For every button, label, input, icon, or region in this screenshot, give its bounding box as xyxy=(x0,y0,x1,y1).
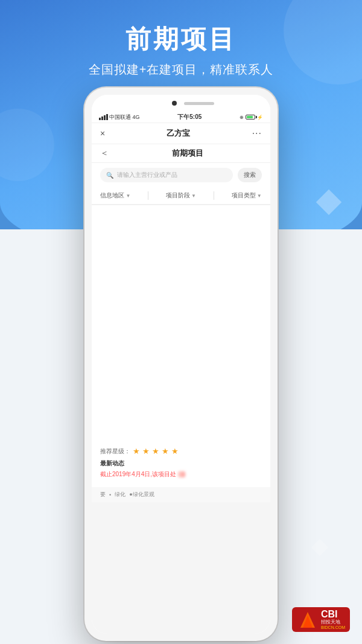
sub-title: 全国拟建+在建项目，精准联系人 xyxy=(0,62,362,78)
partial-card[interactable]: 推荐星级： ★ ★ ★ ★ ★ 最新动态 截止2019年4月4日,该项目处 xyxy=(92,441,270,487)
partial-star-1: ★ xyxy=(133,447,140,456)
wifi-icon: ⊕ xyxy=(240,115,244,120)
phone-speaker xyxy=(184,102,214,105)
partial-activity-label: 最新动态 xyxy=(100,459,262,468)
bar2 xyxy=(101,116,103,120)
filter-region-arrow: ▼ xyxy=(125,193,130,199)
status-carrier: 中国联通 4G xyxy=(99,113,140,121)
partial-stars-row: 推荐星级： ★ ★ ★ ★ ★ xyxy=(100,447,262,456)
bar1 xyxy=(99,118,101,120)
bar3 xyxy=(104,115,106,120)
partial-star-2: ★ xyxy=(142,447,150,456)
phone-camera xyxy=(172,101,177,106)
partial-star-5: ★ xyxy=(171,447,179,456)
phone-frame: 中国联通 4G 下午5:05 ⊕ ⚡ × 乙方宝 ··· ＜ xyxy=(84,88,278,641)
filter-divider-2 xyxy=(214,191,214,200)
search-input-wrap[interactable]: 🔍 请输入主营行业或产品 xyxy=(100,168,233,182)
page-nav: ＜ 前期项目 xyxy=(92,144,270,163)
phone-content: 未读 柳林镇杨家港幼儿园建设项目 推荐星级： ★ ★ ☆ ☆ 该项目为乙方宝根据… xyxy=(92,441,270,634)
partial-bottom: 要 • 绿化 ●绿化景观 xyxy=(92,487,270,502)
phone-notch xyxy=(92,95,270,112)
site-text: 招投天地 xyxy=(321,619,345,625)
phone-inner: 中国联通 4G 下午5:05 ⊕ ⚡ × 乙方宝 ··· ＜ xyxy=(92,95,270,634)
page-nav-title: 前期项目 xyxy=(172,148,203,159)
filter-divider-1 xyxy=(148,191,148,200)
signal-bars xyxy=(99,114,108,120)
battery-icon xyxy=(246,115,255,120)
filter-type-arrow: ▼ xyxy=(257,193,262,199)
search-area: 🔍 请输入主营行业或产品 搜索 xyxy=(92,163,270,187)
cbi-logo-container: CBI 招投天地 BIDCN.COM xyxy=(292,607,350,632)
search-button[interactable]: 搜索 xyxy=(238,168,262,182)
partial-card-wrapper: 推荐星级： ★ ★ ★ ★ ★ 最新动态 截止2019年4月4日,该项目处 xyxy=(92,441,270,502)
partial-star-3: ★ xyxy=(152,447,159,456)
close-button[interactable]: × xyxy=(100,129,105,138)
cbi-text: CBI xyxy=(321,610,345,619)
partial-tag-1: 要 xyxy=(100,491,106,499)
cbi-flame-icon xyxy=(297,611,319,629)
bar4 xyxy=(106,114,108,120)
filter-type-label: 项目类型 xyxy=(232,191,256,200)
filter-region-label: 信息地区 xyxy=(100,191,124,200)
partial-activity: 截止2019年4月4日,该项目处 xyxy=(100,470,262,479)
app-navbar: × 乙方宝 ··· xyxy=(92,123,270,144)
filter-region[interactable]: 信息地区 ▼ xyxy=(100,191,130,200)
filter-stage-arrow: ▼ xyxy=(191,193,196,199)
main-title: 前期项目 xyxy=(0,24,362,54)
status-time: 下午5:05 xyxy=(177,113,202,121)
search-icon: 🔍 xyxy=(106,172,113,179)
app-title: 乙方宝 xyxy=(167,128,190,139)
partial-star-4: ★ xyxy=(162,447,169,456)
filter-type[interactable]: 项目类型 ▼ xyxy=(232,191,262,200)
partial-tag-2: 绿化 xyxy=(115,491,125,499)
filter-stage-label: 项目阶段 xyxy=(166,191,190,200)
charge-icon: ⚡ xyxy=(257,115,263,120)
partial-activity-date: 截止2019年4月4日,该项目处 xyxy=(100,471,176,477)
url-text: BIDCN.COM xyxy=(321,625,345,630)
phone-mockup: 中国联通 4G 下午5:05 ⊕ ⚡ × 乙方宝 ··· ＜ xyxy=(84,88,278,641)
carrier-text: 中国联通 4G xyxy=(109,113,140,121)
partial-blurred xyxy=(178,471,185,477)
header-area: 前期项目 全国拟建+在建项目，精准联系人 xyxy=(0,24,362,78)
filter-bar: 信息地区 ▼ 项目阶段 ▼ 项目类型 ▼ xyxy=(92,187,270,205)
search-placeholder: 请输入主营行业或产品 xyxy=(117,171,177,179)
partial-stars-label: 推荐星级： xyxy=(100,447,130,456)
more-button[interactable]: ··· xyxy=(252,128,262,139)
status-icons: ⊕ ⚡ xyxy=(240,115,263,120)
battery-fill xyxy=(247,116,253,118)
cbi-text-block: CBI 招投天地 BIDCN.COM xyxy=(321,610,345,630)
filter-stage[interactable]: 项目阶段 ▼ xyxy=(166,191,196,200)
status-bar: 中国联通 4G 下午5:05 ⊕ ⚡ xyxy=(92,112,270,123)
watermark: CBI 招投天地 BIDCN.COM xyxy=(292,607,350,632)
partial-tag-3: ●绿化景观 xyxy=(129,491,154,499)
back-button[interactable]: ＜ xyxy=(100,148,109,159)
